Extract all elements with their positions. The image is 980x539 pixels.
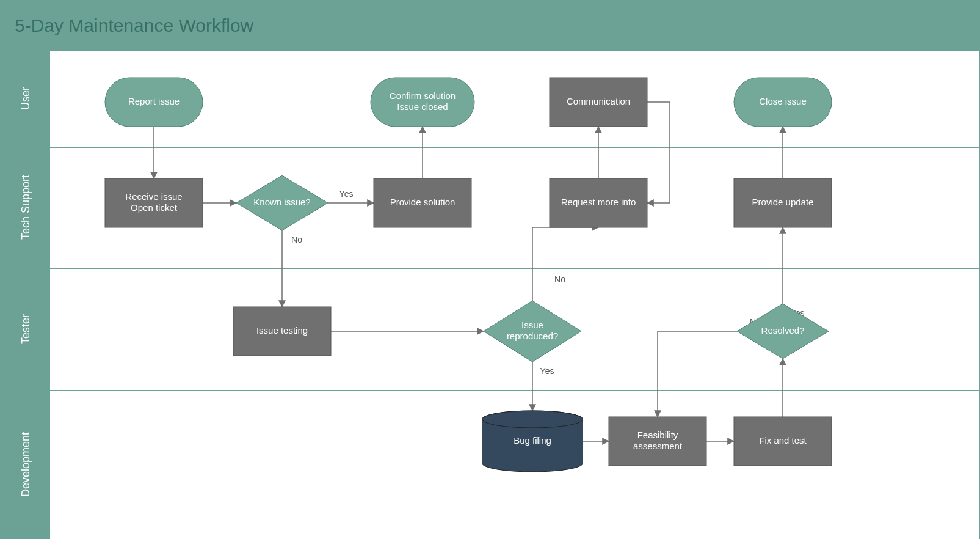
node-issue_testing[interactable]: Issue testing	[233, 307, 331, 356]
node-label: assessment	[633, 441, 683, 451]
node-label: reproduced?	[507, 331, 558, 341]
node-close_issue[interactable]: Close issue	[734, 78, 832, 127]
node-label: Request more info	[561, 197, 636, 207]
node-report_issue[interactable]: Report issue	[105, 78, 203, 127]
node-label: Communication	[567, 96, 630, 106]
node-label: Issue	[521, 320, 543, 330]
node-provide_solution[interactable]: Provide solution	[374, 178, 471, 227]
svg-point-12	[482, 411, 583, 428]
node-label: Receive issue	[125, 191, 182, 202]
node-confirm_close[interactable]: Confirm solutionIssue closed	[371, 78, 474, 127]
node-label: Resolved?	[761, 325, 805, 336]
node-fix_and_test[interactable]: Fix and test	[734, 417, 832, 466]
edge	[658, 331, 737, 417]
node-request_info[interactable]: Request more info	[550, 178, 647, 227]
node-communication[interactable]: Communication	[550, 78, 647, 127]
node-resolved[interactable]: Resolved?	[737, 304, 829, 359]
node-provide_update[interactable]: Provide update	[734, 178, 832, 227]
node-label: Open ticket	[131, 202, 178, 213]
edge-label: No	[554, 274, 565, 284]
node-label: Close issue	[759, 96, 807, 106]
node-label: Provide solution	[390, 197, 456, 207]
edge	[647, 102, 670, 203]
node-known_issue[interactable]: Known issue?	[236, 175, 328, 230]
diagram-svg: YesNoNoYesNoYes Report issueConfirm solu…	[1, 1, 980, 539]
node-bug_filing[interactable]: Bug filing	[482, 411, 583, 472]
node-label: Feasibility	[637, 430, 678, 440]
node-label: Issue closed	[397, 101, 448, 112]
edge	[532, 227, 598, 301]
node-label: Issue testing	[256, 325, 308, 336]
node-label: Report issue	[128, 96, 180, 106]
node-label: Confirm solution	[390, 90, 456, 101]
edge-label: Yes	[540, 366, 554, 376]
node-receive_issue[interactable]: Receive issueOpen ticket	[105, 178, 203, 227]
node-label: Bug filing	[514, 435, 551, 446]
edge-label: No	[291, 235, 302, 244]
node-feasibility[interactable]: Feasibilityassessment	[609, 417, 706, 466]
node-label: Provide update	[752, 197, 814, 207]
edge-label: Yes	[339, 189, 354, 199]
node-label: Known issue?	[253, 197, 310, 207]
node-label: Fix and test	[759, 435, 807, 446]
diagram-canvas: 5-Day Maintenance Workflow UserTech Supp…	[0, 0, 980, 539]
node-issue_reproduced[interactable]: Issuereproduced?	[484, 301, 581, 362]
